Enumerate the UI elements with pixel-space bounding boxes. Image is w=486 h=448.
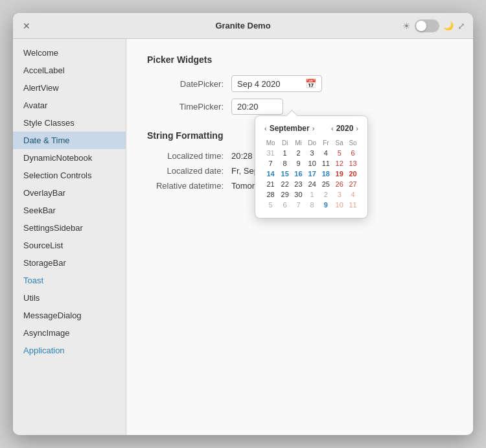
calendar-day[interactable]: 22: [278, 179, 292, 189]
calendar-day[interactable]: 15: [278, 169, 292, 179]
sidebar-item-avatar[interactable]: Avatar: [13, 97, 126, 114]
close-button[interactable]: ✕: [21, 20, 32, 32]
cal-header-fr: Fr: [319, 138, 332, 148]
datepicker-value: Sep 4 2020: [237, 79, 303, 89]
calendar-day[interactable]: 5: [263, 200, 278, 210]
calendar-day[interactable]: 2: [319, 189, 332, 200]
calendar-day[interactable]: 3: [305, 148, 319, 158]
calendar-day[interactable]: 18: [319, 169, 332, 179]
month-next-button[interactable]: ›: [311, 124, 316, 132]
calendar-day[interactable]: 25: [319, 179, 332, 189]
calendar-day[interactable]: 6: [278, 200, 292, 210]
calendar-day[interactable]: 21: [263, 179, 278, 189]
main-content: Picker Widgets DatePicker: Sep 4 2020 📅 …: [126, 39, 473, 435]
sidebar-item-asyncimage[interactable]: AsyncImage: [13, 324, 126, 342]
calendar-day[interactable]: 10: [305, 158, 319, 169]
cal-header-so: So: [346, 138, 360, 148]
relative-datetime-label: Relative datetime:: [147, 181, 231, 191]
titlebar-left: ✕: [21, 20, 32, 32]
sidebar-item-seekbar[interactable]: SeekBar: [13, 202, 126, 219]
sidebar-item-style-classes[interactable]: Style Classes: [13, 114, 126, 132]
calendar-header-row: MoDiMiDoFrSaSo: [263, 138, 360, 148]
calendar-day[interactable]: 10: [332, 200, 346, 210]
calendar-day[interactable]: 8: [278, 158, 292, 169]
cal-header-sa: Sa: [332, 138, 346, 148]
sidebar-item-date-&-time[interactable]: Date & Time: [13, 132, 126, 149]
datepicker-row: DatePicker: Sep 4 2020 📅: [147, 75, 452, 92]
calendar-day[interactable]: 29: [278, 189, 292, 200]
calendar-day[interactable]: 4: [346, 189, 360, 200]
calendar-day[interactable]: 7: [263, 158, 278, 169]
calendar-day[interactable]: 30: [292, 189, 305, 200]
calendar-day[interactable]: 1: [305, 189, 319, 200]
calendar-grid: MoDiMiDoFrSaSo 3112345678910111213141516…: [263, 138, 360, 210]
calendar-day[interactable]: 9: [292, 158, 305, 169]
cal-header-di: Di: [278, 138, 292, 148]
datepicker-input[interactable]: Sep 4 2020 📅: [231, 75, 322, 92]
main-window: ✕ Granite Demo ☀ 🌙 ⤢ WelcomeAccelLabelAl…: [13, 13, 473, 435]
calendar-day[interactable]: 14: [263, 169, 278, 179]
sidebar-item-settingssidebar[interactable]: SettingsSidebar: [13, 219, 126, 237]
calendar-month: September: [270, 124, 310, 133]
calendar-day[interactable]: 6: [346, 148, 360, 158]
datepicker-label: DatePicker:: [147, 79, 231, 89]
sidebar-item-dynamicnotebook[interactable]: DynamicNotebook: [13, 149, 126, 167]
theme-toggle[interactable]: [415, 19, 439, 32]
cal-header-mi: Mi: [292, 138, 305, 148]
calendar-day[interactable]: 20: [346, 169, 360, 179]
calendar-day[interactable]: 26: [332, 179, 346, 189]
sidebar-item-storagebar[interactable]: StorageBar: [13, 254, 126, 272]
sidebar-item-toast[interactable]: Toast: [13, 272, 126, 289]
calendar-day[interactable]: 23: [292, 179, 305, 189]
sidebar-item-overlaybar[interactable]: OverlayBar: [13, 184, 126, 202]
month-prev-button[interactable]: ‹: [263, 124, 268, 132]
calendar-week-2: 14151617181920: [263, 169, 360, 179]
year-prev-button[interactable]: ‹: [330, 124, 335, 132]
sidebar-item-utils[interactable]: Utils: [13, 289, 126, 307]
calendar-open-icon[interactable]: 📅: [305, 78, 316, 89]
timepicker-row: TimePicker: 20:20: [147, 99, 452, 115]
localized-time-value: 20:28: [231, 151, 253, 161]
calendar-day[interactable]: 16: [292, 169, 305, 179]
sidebar-item-messagedialog[interactable]: MessageDialog: [13, 307, 126, 324]
calendar-day[interactable]: 9: [319, 200, 332, 210]
calendar-day[interactable]: 28: [263, 189, 278, 200]
localized-time-label: Localized time:: [147, 151, 231, 161]
cal-header-mo: Mo: [263, 138, 278, 148]
calendar-popup: ‹ September › ‹ 2020 › MoDiMiDoFrSaSo: [255, 115, 368, 218]
month-nav: ‹ September ›: [263, 124, 316, 133]
moon-icon: 🌙: [443, 21, 454, 30]
calendar-day[interactable]: 17: [305, 169, 319, 179]
sidebar-item-welcome[interactable]: Welcome: [13, 44, 126, 62]
calendar-day[interactable]: 12: [332, 158, 346, 169]
picker-section-title: Picker Widgets: [147, 54, 452, 65]
calendar-day[interactable]: 11: [346, 200, 360, 210]
year-next-button[interactable]: ›: [354, 124, 360, 132]
sidebar-item-alertview[interactable]: AlertView: [13, 79, 126, 97]
titlebar-right: ☀ 🌙 ⤢: [402, 19, 465, 32]
expand-icon[interactable]: ⤢: [457, 21, 465, 31]
calendar-day[interactable]: 24: [305, 179, 319, 189]
calendar-day[interactable]: 2: [292, 148, 305, 158]
sidebar-item-selection-controls[interactable]: Selection Controls: [13, 167, 126, 184]
calendar-day[interactable]: 5: [332, 148, 346, 158]
calendar-day[interactable]: 27: [346, 179, 360, 189]
window-title: Granite Demo: [215, 21, 270, 30]
sidebar-item-sourcelist[interactable]: SourceList: [13, 237, 126, 254]
calendar-day[interactable]: 11: [319, 158, 332, 169]
sidebar-item-accellabel[interactable]: AccelLabel: [13, 62, 126, 79]
calendar-day[interactable]: 19: [332, 169, 346, 179]
calendar-week-5: 567891011: [263, 200, 360, 210]
calendar-week-0: 31123456: [263, 148, 360, 158]
calendar-day[interactable]: 4: [319, 148, 332, 158]
timepicker-input[interactable]: 20:20: [231, 99, 283, 115]
calendar-day[interactable]: 3: [332, 189, 346, 200]
calendar-day[interactable]: 7: [292, 200, 305, 210]
calendar-day[interactable]: 31: [263, 148, 278, 158]
sidebar: WelcomeAccelLabelAlertViewAvatarStyle Cl…: [13, 39, 126, 435]
calendar-day[interactable]: 13: [346, 158, 360, 169]
calendar-day[interactable]: 1: [278, 148, 292, 158]
sidebar-item-application[interactable]: Application: [13, 342, 126, 359]
calendar-day[interactable]: 8: [305, 200, 319, 210]
titlebar: ✕ Granite Demo ☀ 🌙 ⤢: [13, 13, 473, 39]
